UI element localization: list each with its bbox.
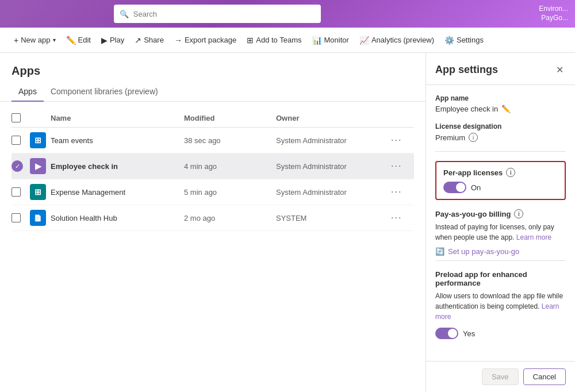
header-owner: Owner — [276, 114, 391, 122]
billing-label: Pay-as-you-go billing — [435, 210, 511, 218]
panel-footer: Save Cancel — [426, 361, 575, 392]
toolbar: + New app ▾ ✏️ Edit ▶ Play ↗ Share → Exp… — [0, 28, 575, 53]
row-name: Team events — [51, 136, 184, 145]
row-more-button[interactable]: ··· — [391, 161, 414, 171]
chevron-down-icon: ▾ — [53, 37, 56, 43]
row-owner: System Administrator — [276, 162, 391, 171]
monitor-button[interactable]: 📊 Monitor — [308, 32, 354, 48]
row-checkbox-selected[interactable]: ✓ — [12, 160, 30, 172]
header-name: Name — [51, 114, 184, 122]
search-input[interactable] — [133, 10, 315, 18]
billing-info-icon[interactable]: i — [514, 209, 523, 218]
edit-app-name-icon[interactable]: ✏️ — [501, 105, 511, 113]
app-settings-panel: App settings ✕ App name Employee check i… — [425, 53, 575, 392]
row-owner: SYSTEM — [276, 214, 391, 222]
per-app-toggle[interactable] — [443, 182, 466, 193]
license-info-icon[interactable]: i — [469, 133, 478, 142]
preload-section: Preload app for enhanced performance All… — [435, 270, 566, 339]
per-app-toggle-row: On — [443, 182, 558, 193]
play-button[interactable]: ▶ Play — [97, 32, 129, 48]
row-modified: 38 sec ago — [184, 136, 276, 145]
row-icon: ▶ — [30, 158, 51, 174]
row-more-button[interactable]: ··· — [391, 213, 414, 223]
row-icon: ⊞ — [30, 184, 51, 200]
checkbox[interactable] — [12, 187, 21, 197]
table-row[interactable]: 📄 Solution Health Hub 2 mo ago SYSTEM ··… — [12, 205, 414, 231]
preload-toggle-row: Yes — [435, 328, 566, 339]
save-button[interactable]: Save — [482, 368, 519, 385]
row-more-button[interactable]: ··· — [391, 135, 414, 145]
per-app-header: Per-app licenses i — [443, 168, 558, 177]
selected-check-icon: ✓ — [12, 160, 23, 172]
app-icon-solution: 📄 — [30, 210, 46, 226]
cancel-button[interactable]: Cancel — [523, 368, 566, 385]
row-more-button[interactable]: ··· — [391, 187, 414, 197]
env-name: Environ... — [539, 5, 568, 14]
table-row[interactable]: ✓ ▶ Employee check in 4 min ago System A… — [12, 153, 414, 179]
per-app-toggle-label: On — [471, 183, 481, 192]
preload-label: Preload app for enhanced performance — [435, 270, 566, 287]
panel-header: App settings ✕ — [426, 53, 575, 85]
billing-learn-more-link[interactable]: Learn more — [516, 233, 551, 241]
edit-icon: ✏️ — [66, 36, 76, 45]
export-button[interactable]: → Export package — [170, 32, 241, 48]
search-box[interactable]: 🔍 — [114, 5, 321, 23]
header-modified: Modified — [184, 114, 276, 122]
checkbox[interactable] — [12, 136, 21, 145]
license-label: License designation — [435, 122, 566, 130]
header-check — [12, 113, 30, 122]
add-to-teams-button[interactable]: ⊞ Add to Teams — [242, 32, 306, 48]
table-row[interactable]: ⊞ Expense Management 5 min ago System Ad… — [12, 179, 414, 205]
row-checkbox[interactable] — [12, 213, 30, 222]
row-name: Employee check in — [51, 162, 184, 171]
settings-icon: ⚙️ — [444, 36, 454, 45]
row-modified: 5 min ago — [184, 188, 276, 197]
row-name: Solution Health Hub — [51, 214, 184, 222]
preload-desc: Allow users to download the app file whi… — [435, 291, 566, 322]
per-app-label: Per-app licenses — [443, 168, 503, 177]
table-row[interactable]: ⊞ Team events 38 sec ago System Administ… — [12, 128, 414, 153]
analytics-button[interactable]: 📈 Analytics (preview) — [355, 32, 439, 48]
tab-component-libraries[interactable]: Component libraries (preview) — [44, 82, 165, 102]
per-app-info-icon[interactable]: i — [506, 168, 515, 177]
search-icon: 🔍 — [120, 10, 129, 18]
share-button[interactable]: ↗ Share — [130, 32, 168, 48]
settings-button[interactable]: ⚙️ Settings — [440, 32, 488, 48]
license-value: Premium i — [435, 133, 566, 142]
section-divider — [435, 151, 566, 152]
setup-pay-as-you-go-link[interactable]: 🔄 Set up pay-as-you-go — [435, 247, 566, 256]
row-checkbox[interactable] — [12, 136, 30, 145]
play-icon: ▶ — [101, 36, 108, 45]
app-icon-expense: ⊞ — [30, 184, 46, 200]
close-button[interactable]: ✕ — [554, 62, 566, 78]
tab-apps[interactable]: Apps — [12, 82, 44, 102]
row-owner: System Administrator — [276, 188, 391, 197]
share-icon: ↗ — [135, 36, 141, 45]
app-icon-team-events: ⊞ — [30, 132, 46, 148]
new-app-button[interactable]: + New app ▾ — [9, 32, 60, 48]
table-header: Name Modified Owner — [12, 109, 414, 128]
panel-body: App name Employee check in ✏️ License de… — [426, 85, 575, 361]
panel-title: App settings — [435, 64, 498, 76]
checkbox[interactable] — [12, 213, 21, 222]
header-checkbox[interactable] — [12, 113, 21, 122]
analytics-icon: 📈 — [359, 36, 369, 45]
billing-desc: Instead of paying for licenses, only pay… — [435, 222, 566, 243]
edit-button[interactable]: ✏️ Edit — [62, 32, 95, 48]
row-name: Expense Management — [51, 188, 184, 197]
apps-table: Name Modified Owner ⊞ Team events 38 sec… — [0, 102, 425, 238]
export-icon: → — [174, 36, 182, 45]
row-icon: 📄 — [30, 210, 51, 226]
section-divider-2 — [435, 260, 566, 261]
teams-icon: ⊞ — [247, 36, 254, 45]
setup-icon: 🔄 — [435, 247, 444, 256]
row-checkbox[interactable] — [12, 187, 30, 197]
page-title: Apps — [0, 53, 425, 82]
app-icon-employee: ▶ — [30, 158, 46, 174]
preload-toggle[interactable] — [435, 328, 458, 339]
row-modified: 2 mo ago — [184, 214, 276, 222]
per-app-license-box: Per-app licenses i On — [435, 161, 566, 200]
app-name-value: Employee check in ✏️ — [435, 105, 566, 113]
left-panel: Apps Apps Component libraries (preview) … — [0, 53, 425, 392]
main-area: Apps Apps Component libraries (preview) … — [0, 53, 575, 392]
